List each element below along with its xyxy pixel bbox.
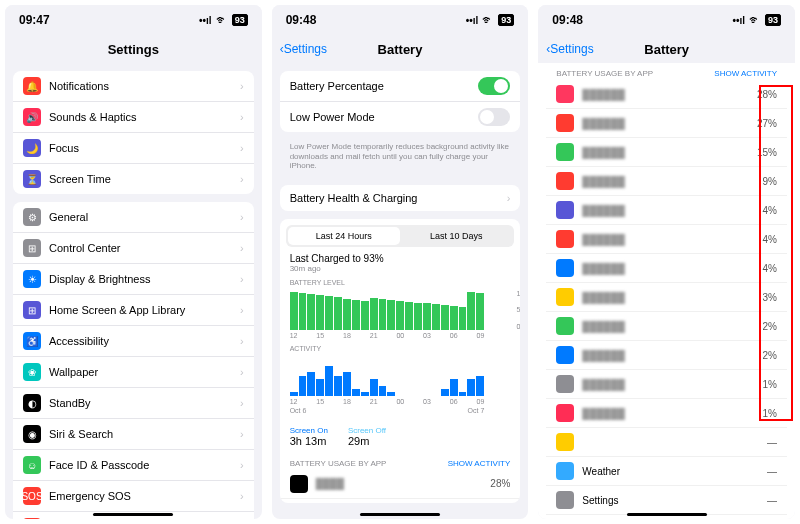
signal-icon: ••ıl	[199, 15, 212, 26]
app-usage-row[interactable]: ██████4%	[546, 196, 787, 225]
chevron-right-icon: ›	[240, 211, 244, 223]
app-usage-row[interactable]: ██████1%	[546, 399, 787, 428]
show-activity-button[interactable]: SHOW ACTIVITY	[714, 69, 777, 78]
app-usage-row[interactable]: ██████3%	[546, 283, 787, 312]
battery-indicator: 93	[765, 14, 781, 26]
wifi-icon: ᯤ	[216, 13, 228, 27]
chevron-right-icon: ›	[240, 80, 244, 92]
signal-icon: ••ıl	[466, 15, 479, 26]
toggle-battery-percentage[interactable]	[478, 77, 510, 95]
app-usage-row[interactable]: ██████1%	[546, 370, 787, 399]
status-bar: 09:48 ••ıl ᯤ 93	[538, 5, 795, 35]
settings-row-sounds-haptics[interactable]: 🔊Sounds & Haptics›	[13, 102, 254, 133]
signal-icon: ••ıl	[732, 15, 745, 26]
nav-bar: ‹ Settings Battery	[272, 35, 529, 63]
screen-off-label: Screen Off	[348, 426, 386, 435]
chevron-right-icon: ›	[240, 304, 244, 316]
settings-row-screen-time[interactable]: ⏳Screen Time›	[13, 164, 254, 194]
chevron-right-icon: ›	[240, 142, 244, 154]
settings-row-accessibility[interactable]: ♿Accessibility›	[13, 326, 254, 357]
app-icon	[556, 114, 574, 132]
activity-chart: 60m30m0	[290, 356, 511, 396]
settings-row-emergency-sos[interactable]: SOSEmergency SOS›	[13, 481, 254, 512]
row-icon: ☣	[23, 518, 41, 519]
app-icon	[556, 317, 574, 335]
row-low-power-mode[interactable]: Low Power Mode	[280, 102, 521, 132]
app-usage-row[interactable]: ██████2%	[546, 341, 787, 370]
app-usage-row[interactable]: ██████27%	[546, 109, 787, 138]
page-title: Settings	[108, 42, 159, 57]
app-usage-row[interactable]: ██████9%	[546, 167, 787, 196]
settings-row-standby[interactable]: ◐StandBy›	[13, 388, 254, 419]
battery-indicator: 93	[498, 14, 514, 26]
battery-level-chart: 100%50%0%	[290, 290, 511, 330]
home-indicator[interactable]	[93, 513, 173, 516]
row-icon: ☀	[23, 270, 41, 288]
toggle-low-power-mode[interactable]	[478, 108, 510, 126]
settings-row-notifications[interactable]: 🔔Notifications›	[13, 71, 254, 102]
app-icon	[556, 143, 574, 161]
app-usage-row[interactable]: Weather—	[546, 457, 787, 486]
page-title: Battery	[644, 42, 689, 57]
app-icon	[556, 201, 574, 219]
app-usage-row[interactable]: —	[546, 428, 787, 457]
app-usage-row[interactable]: ██████4%	[546, 254, 787, 283]
seg-last-10d[interactable]: Last 10 Days	[400, 227, 512, 245]
home-indicator[interactable]	[360, 513, 440, 516]
row-icon: ◐	[23, 394, 41, 412]
settings-row-home-screen-app-library[interactable]: ⊞Home Screen & App Library›	[13, 295, 254, 326]
screen-on-value: 3h 13m	[290, 435, 328, 447]
row-icon: ⊞	[23, 239, 41, 257]
app-usage-row[interactable]: Settings—	[546, 486, 787, 515]
segment-control[interactable]: Last 24 Hours Last 10 Days	[286, 225, 515, 247]
app-usage-row[interactable]: ██████2%	[546, 312, 787, 341]
back-button[interactable]: ‹ Settings	[280, 42, 327, 56]
screen-on-label: Screen On	[290, 426, 328, 435]
app-usage-row[interactable]: ██████28%	[546, 80, 787, 109]
back-button[interactable]: ‹ Settings	[546, 42, 593, 56]
seg-last-24h[interactable]: Last 24 Hours	[288, 227, 400, 245]
last-charged-title: Last Charged to 93%	[290, 253, 511, 264]
row-battery-percentage[interactable]: Battery Percentage	[280, 71, 521, 102]
chevron-right-icon: ›	[240, 490, 244, 502]
show-activity-button[interactable]: SHOW ACTIVITY	[448, 459, 511, 468]
status-bar: 09:47 ••ıl ᯤ 93	[5, 5, 262, 35]
app-usage-row[interactable]: ████ 28%	[280, 470, 521, 499]
app-icon	[556, 172, 574, 190]
app-icon	[556, 462, 574, 480]
row-icon: 🔊	[23, 108, 41, 126]
app-icon	[556, 85, 574, 103]
nav-bar: Settings	[5, 35, 262, 63]
last-charged-sub: 30m ago	[290, 264, 511, 273]
chevron-right-icon: ›	[240, 428, 244, 440]
chevron-right-icon: ›	[240, 335, 244, 347]
phone-battery-apps: 09:48 ••ıl ᯤ 93 ‹ Settings Battery BATTE…	[538, 5, 795, 519]
row-battery-health[interactable]: Battery Health & Charging ›	[280, 185, 521, 211]
row-icon: ◉	[23, 425, 41, 443]
settings-row-siri-search[interactable]: ◉Siri & Search›	[13, 419, 254, 450]
nav-bar: ‹ Settings Battery	[538, 35, 795, 63]
status-time: 09:48	[286, 13, 317, 27]
settings-row-wallpaper[interactable]: ❀Wallpaper›	[13, 357, 254, 388]
settings-row-face-id-passcode[interactable]: ☺Face ID & Passcode›	[13, 450, 254, 481]
battery-indicator: 93	[232, 14, 248, 26]
app-usage-row[interactable]: ██████15%	[546, 138, 787, 167]
app-icon	[556, 433, 574, 451]
row-icon: ⚙	[23, 208, 41, 226]
row-icon: ♿	[23, 332, 41, 350]
home-indicator[interactable]	[627, 513, 707, 516]
usage-header: BATTERY USAGE BY APP	[556, 69, 653, 78]
chevron-right-icon: ›	[240, 459, 244, 471]
settings-row-general[interactable]: ⚙General›	[13, 202, 254, 233]
settings-row-control-center[interactable]: ⊞Control Center›	[13, 233, 254, 264]
app-icon	[556, 404, 574, 422]
status-time: 09:47	[19, 13, 50, 27]
battery-level-label: BATTERY LEVEL	[290, 279, 511, 286]
settings-row-display-brightness[interactable]: ☀Display & Brightness›	[13, 264, 254, 295]
wifi-icon: ᯤ	[749, 13, 761, 27]
app-icon	[556, 346, 574, 364]
settings-row-focus[interactable]: 🌙Focus›	[13, 133, 254, 164]
chevron-right-icon: ›	[240, 273, 244, 285]
app-usage-row[interactable]: ██████4%	[546, 225, 787, 254]
wifi-icon: ᯤ	[482, 13, 494, 27]
